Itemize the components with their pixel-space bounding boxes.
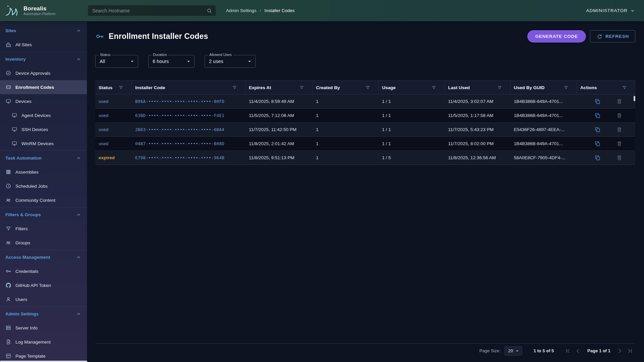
sidebar-item-ssh-devices[interactable]: SSH Devices — [0, 122, 87, 136]
duration-filter-select[interactable]: Duration 6 hours — [148, 55, 195, 68]
sidebar-item-users[interactable]: Users — [0, 292, 87, 306]
filter-icon[interactable] — [299, 85, 304, 90]
vertical-scrollbar-thumb[interactable] — [634, 96, 635, 101]
last-page-button[interactable] — [626, 347, 634, 355]
select-value: 2 uses — [209, 59, 223, 64]
sidebar-item-label: GitHub API Token — [15, 283, 51, 288]
breadcrumb-admin-settings[interactable]: Admin Settings — [226, 8, 257, 13]
filter-icon[interactable] — [564, 85, 569, 90]
installer-code-cell[interactable]: 04B7-••••-••••-••••-••••-••••-B08D — [132, 141, 246, 146]
table-row[interactable]: used 04B7-••••-••••-••••-••••-••••-B08D … — [95, 137, 635, 151]
sidebar-item-filters[interactable]: Filters — [0, 222, 87, 236]
filter-icon[interactable] — [497, 85, 502, 90]
installer-code-cell[interactable]: 2B63-••••-••••-••••-••••-••••-6BA4 — [132, 127, 246, 132]
sidebar-section-task-automation: Task Automation Assemblies Scheduled Job… — [0, 150, 87, 207]
last-used-cell: 11/7/2025, 8:02:00 PM — [445, 141, 511, 146]
created-by-cell: 1 — [313, 141, 379, 146]
sidebar-item-page-template[interactable]: Page Template — [0, 349, 87, 362]
generate-code-button[interactable]: GENERATE CODE — [527, 30, 586, 43]
search-box[interactable] — [88, 5, 216, 16]
status-cell: used — [95, 141, 132, 146]
trash-icon — [616, 140, 623, 147]
sidebar-section-header-admin-settings[interactable]: Admin Settings — [0, 307, 87, 321]
sidebar-item-credentials[interactable]: Credentials — [0, 264, 87, 278]
user-menu[interactable]: ADMINISTRATOR — [586, 8, 635, 13]
sidebar-item-github-api-token[interactable]: GitHub API Token — [0, 278, 87, 292]
column-header-status[interactable]: Status — [95, 81, 132, 94]
sidebar-item-log-management[interactable]: Log Management — [0, 335, 87, 349]
filter-icon[interactable] — [232, 85, 237, 90]
sidebar-item-community-content[interactable]: Community Content — [0, 193, 87, 207]
sidebar-section-sites: Sites All Sites — [0, 23, 87, 52]
sidebar-item-label: Community Content — [15, 198, 55, 203]
status-filter-select[interactable]: Status All — [95, 55, 138, 68]
filter-icon[interactable] — [431, 85, 436, 90]
page-title: Enrollment Installer Codes — [109, 32, 208, 41]
sidebar-item-device-approvals[interactable]: Device Approvals — [0, 66, 87, 80]
sidebar-item-all-sites[interactable]: All Sites — [0, 38, 87, 52]
column-header-usage[interactable]: Usage — [379, 81, 445, 94]
allowed-uses-filter-select[interactable]: Allowed Uses 2 uses — [205, 55, 256, 68]
delete-code-button[interactable] — [616, 126, 623, 133]
page-size-select[interactable]: 20 — [504, 346, 522, 356]
sidebar-item-label: Server Info — [15, 325, 38, 330]
installer-code-cell[interactable]: 63BD-••••-••••-••••-••••-••••-F4E1 — [132, 113, 246, 118]
sidebar-item-enrollment-codes[interactable]: Enrollment Codes — [0, 80, 87, 94]
filter-icon[interactable] — [118, 85, 123, 90]
actions-cell — [577, 140, 635, 147]
previous-page-button[interactable] — [574, 347, 582, 355]
horizontal-scrollbar-thumb[interactable] — [0, 361, 87, 362]
clock-icon — [5, 183, 11, 189]
sidebar-section-header-task-automation[interactable]: Task Automation — [0, 151, 87, 165]
user-menu-label: ADMINISTRATOR — [586, 8, 628, 13]
sidebar-item-devices[interactable]: Devices — [0, 94, 87, 108]
column-header-last-used[interactable]: Last Used — [445, 81, 511, 94]
check-circle-icon — [5, 70, 11, 76]
next-page-icon — [616, 348, 623, 354]
copy-code-button[interactable] — [594, 112, 601, 119]
sidebar-item-label: Assemblies — [15, 170, 39, 175]
delete-code-button[interactable] — [616, 140, 623, 147]
trash-icon — [616, 126, 623, 133]
first-page-button[interactable] — [564, 347, 572, 355]
title-wrap: Enrollment Installer Codes — [95, 32, 208, 41]
column-header-actions[interactable]: Actions — [577, 81, 635, 94]
copy-code-button[interactable] — [594, 140, 601, 147]
sidebar-item-winrm-devices[interactable]: WinRM Devices — [0, 136, 87, 150]
search-input[interactable] — [92, 8, 206, 14]
filter-icon[interactable] — [622, 85, 627, 90]
installer-code-cell[interactable]: E798-••••-••••-••••-••••-••••-964B — [132, 155, 246, 160]
filter-icon[interactable] — [365, 85, 370, 90]
delete-code-button[interactable] — [616, 98, 623, 105]
sidebar-section-header-inventory[interactable]: Inventory — [0, 52, 87, 66]
delete-code-button[interactable] — [616, 155, 623, 161]
table-row[interactable]: used 63BD-••••-••••-••••-••••-••••-F4E1 … — [95, 109, 635, 123]
column-header-installer-code[interactable]: Installer Code — [132, 81, 246, 94]
delete-code-button[interactable] — [616, 112, 623, 119]
actions-cell — [577, 155, 635, 161]
breadcrumb-installer-codes[interactable]: Installer Codes — [265, 8, 295, 13]
table-row[interactable]: used B96A-••••-••••-••••-••••-••••-80FD … — [95, 95, 635, 109]
sidebar-section-header-access-management[interactable]: Access Management — [0, 250, 87, 264]
column-header-expires-at[interactable]: Expires At — [246, 81, 313, 94]
copy-code-button[interactable] — [594, 155, 601, 161]
refresh-button[interactable]: REFRESH — [590, 30, 635, 43]
sidebar-section-header-filters-groups[interactable]: Filters & Groups — [0, 207, 87, 222]
copy-code-button[interactable] — [594, 98, 601, 105]
refresh-icon — [596, 34, 602, 40]
copy-code-button[interactable] — [594, 126, 601, 133]
sidebar-item-assemblies[interactable]: Assemblies — [0, 165, 87, 179]
column-header-used-by-guid[interactable]: Used By GUID — [511, 81, 577, 94]
table-empty-area — [95, 165, 635, 343]
sidebar-item-scheduled-jobs[interactable]: Scheduled Jobs — [0, 179, 87, 193]
column-header-created-by[interactable]: Created By — [313, 81, 379, 94]
next-page-button[interactable] — [616, 347, 624, 355]
chevron-down-icon — [630, 8, 635, 13]
table-row[interactable]: used 2B63-••••-••••-••••-••••-••••-6BA4 … — [95, 123, 635, 137]
sidebar-section-header-sites[interactable]: Sites — [0, 23, 87, 38]
table-row[interactable]: expired E798-••••-••••-••••-••••-••••-96… — [95, 151, 635, 165]
sidebar-item-server-info[interactable]: Server Info — [0, 321, 87, 335]
sidebar-item-groups[interactable]: Groups — [0, 236, 87, 250]
sidebar-item-agent-devices[interactable]: Agent Devices — [0, 108, 87, 122]
installer-code-cell[interactable]: B96A-••••-••••-••••-••••-••••-80FD — [132, 99, 246, 104]
